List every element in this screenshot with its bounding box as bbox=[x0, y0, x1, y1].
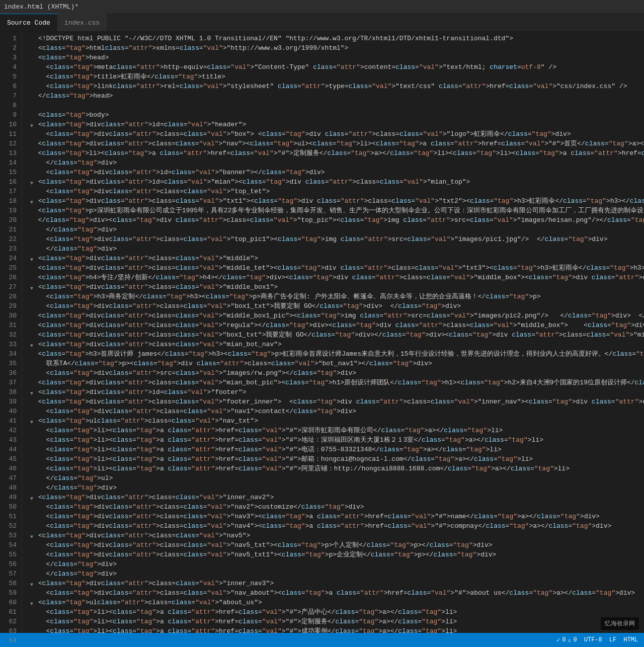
fold-icon[interactable]: ▼ bbox=[30, 599, 37, 606]
line-number: 48 bbox=[0, 483, 17, 493]
line-number: 35 bbox=[0, 359, 17, 368]
line-number: 38 bbox=[0, 387, 17, 397]
code-line: ▼<class="tag">div class="attr">class=cla… bbox=[30, 493, 644, 502]
fold-icon[interactable]: ▼ bbox=[30, 255, 37, 262]
line-number: 25 bbox=[0, 263, 17, 273]
code-line: ▼<class="tag">div class="attr">class=cla… bbox=[30, 579, 644, 588]
code-line: <class="tag">link class="attr">rel=class… bbox=[30, 82, 644, 91]
line-number: 17 bbox=[0, 187, 17, 196]
tab-index-css[interactable]: index.css bbox=[57, 14, 107, 31]
code-line: </class="tag">head> bbox=[30, 91, 644, 101]
line-number: 32 bbox=[0, 330, 17, 340]
fold-icon[interactable]: ▼ bbox=[30, 198, 37, 205]
fold-icon[interactable]: ▼ bbox=[30, 494, 37, 501]
code-line: <class="tag">li><class="tag">a class="at… bbox=[30, 148, 644, 158]
line-number: 53 bbox=[0, 531, 17, 540]
status-encoding: UTF-8 bbox=[584, 636, 602, 643]
line-number: 64 bbox=[0, 636, 17, 645]
line-number: 8 bbox=[0, 101, 17, 110]
fold-icon[interactable]: ▼ bbox=[30, 121, 37, 128]
line-number: 37 bbox=[0, 378, 17, 387]
code-line: <class="tag">p>深圳虹彩雨伞有限公司成立于1995年，具有22多年… bbox=[30, 206, 644, 215]
line-number: 16 bbox=[0, 177, 17, 187]
line-number: 49 bbox=[0, 493, 17, 502]
code-line: <class="tag">div class="attr">class=clas… bbox=[30, 378, 644, 387]
code-line: <class="tag">div class="attr">class=clas… bbox=[30, 550, 644, 559]
code-line: <class="tag">li><class="tag">a class="at… bbox=[30, 607, 644, 617]
line-number: 23 bbox=[0, 244, 17, 254]
fold-icon[interactable]: ▼ bbox=[30, 341, 37, 348]
code-line: <class="tag">div class="attr">class=clas… bbox=[30, 234, 644, 244]
line-number: 1 bbox=[0, 34, 17, 43]
fold-icon[interactable]: ▼ bbox=[30, 389, 37, 396]
line-number: 46 bbox=[0, 464, 17, 473]
line-number: 62 bbox=[0, 617, 17, 626]
status-language: HTML bbox=[623, 636, 638, 643]
line-number: 11 bbox=[0, 129, 17, 139]
title-bar-text: index.html (XHTML)* bbox=[4, 3, 78, 11]
code-line: <class="tag">h3>商务定制</class="tag">h3><cl… bbox=[30, 292, 644, 301]
line-number: 13 bbox=[0, 148, 17, 158]
line-number: 60 bbox=[0, 598, 17, 607]
code-line: </class="tag">div><class="tag">div class… bbox=[30, 215, 644, 225]
code-line: <class="tag">body> bbox=[30, 110, 644, 120]
fold-icon[interactable]: ▼ bbox=[30, 580, 37, 587]
fold-icon[interactable]: ▼ bbox=[30, 532, 37, 539]
code-line: <class="tag">div class="attr">src=class=… bbox=[30, 368, 644, 378]
line-number: 28 bbox=[0, 292, 17, 301]
code-content[interactable]: <!DOCTYPE html PUBLIC "-//W3C//DTD XHTML… bbox=[22, 32, 644, 633]
line-number: 10 bbox=[0, 120, 17, 129]
fold-icon[interactable]: ▼ bbox=[30, 418, 37, 425]
code-line: </class="tag">div> bbox=[30, 569, 644, 579]
line-number: 39 bbox=[0, 397, 17, 407]
check-icon: ✓ bbox=[556, 636, 560, 644]
status-bar-right: ✓ 0 ⚠ 0 UTF-8 LF HTML 忆海收录网 bbox=[556, 636, 638, 644]
fold-icon[interactable]: ▼ bbox=[30, 284, 37, 291]
code-line: <class="tag">div class="attr">class=clas… bbox=[30, 263, 644, 273]
fold-icon[interactable]: ▼ bbox=[30, 179, 37, 186]
line-number: 52 bbox=[0, 521, 17, 531]
line-number: 59 bbox=[0, 588, 17, 598]
title-bar: index.html (XHTML)* bbox=[0, 0, 644, 14]
line-number: 12 bbox=[0, 139, 17, 148]
code-line: ▼<class="tag">div class="attr">class=cla… bbox=[30, 282, 644, 292]
line-number: 14 bbox=[0, 158, 17, 168]
code-line: 联系TA</class="tag">p><class="tag">div cla… bbox=[30, 359, 644, 368]
line-number: 2 bbox=[0, 43, 17, 53]
code-line: </class="tag">div> bbox=[30, 559, 644, 569]
code-line: <class="tag">div class="attr">id=class="… bbox=[30, 168, 644, 177]
code-line: <class="tag">li><class="tag">a class="at… bbox=[30, 454, 644, 464]
code-line: </class="tag">ul> bbox=[30, 473, 644, 483]
code-line: <class="tag">div class="attr">class=clas… bbox=[30, 139, 644, 148]
code-line: ▼<class="tag">ul class="attr">class=clas… bbox=[30, 416, 644, 426]
code-line: ▼<class="tag">div class="attr">id=class=… bbox=[30, 177, 644, 187]
watermark: 忆海收录网 bbox=[601, 617, 639, 630]
code-line: <class="tag">li><class="tag">a class="at… bbox=[30, 626, 644, 633]
code-line: <class="tag">head> bbox=[30, 53, 644, 62]
line-number: 56 bbox=[0, 559, 17, 569]
code-line: <class="tag">div class="attr">class=clas… bbox=[30, 320, 644, 330]
line-number: 27 bbox=[0, 282, 17, 292]
code-line: <class="tag">div class="attr">class=clas… bbox=[30, 187, 644, 196]
line-number: 18 bbox=[0, 196, 17, 206]
code-line: <class="tag">div class="attr">class=clas… bbox=[30, 330, 644, 340]
code-line: <class="tag">li><class="tag">a class="at… bbox=[30, 445, 644, 454]
line-number: 41 bbox=[0, 416, 17, 426]
code-line: <class="tag">div class="attr">class=clas… bbox=[30, 129, 644, 139]
code-line: ▼<class="tag">div class="attr">class=cla… bbox=[30, 196, 644, 206]
status-check: ✓ 0 ⚠ 0 bbox=[556, 636, 577, 644]
line-number: 40 bbox=[0, 407, 17, 416]
code-line: <!DOCTYPE html PUBLIC "-//W3C//DTD XHTML… bbox=[30, 34, 644, 43]
line-number: 9 bbox=[0, 110, 17, 120]
line-number: 54 bbox=[0, 540, 17, 550]
code-line: <class="tag">li><class="tag">a class="at… bbox=[30, 435, 644, 445]
code-line: <class="tag">title>虹彩雨伞</class="tag">tit… bbox=[30, 72, 644, 82]
status-bar: ✓ 0 ⚠ 0 UTF-8 LF HTML 忆海收录网 bbox=[0, 633, 644, 647]
status-line-ending: LF bbox=[609, 636, 616, 643]
line-number: 19 bbox=[0, 206, 17, 215]
line-number: 63 bbox=[0, 626, 17, 636]
tab-source-code[interactable]: Source Code bbox=[0, 14, 57, 31]
line-number: 34 bbox=[0, 349, 17, 359]
line-number: 4 bbox=[0, 62, 17, 72]
tab-bar: Source Code index.css bbox=[0, 14, 644, 32]
